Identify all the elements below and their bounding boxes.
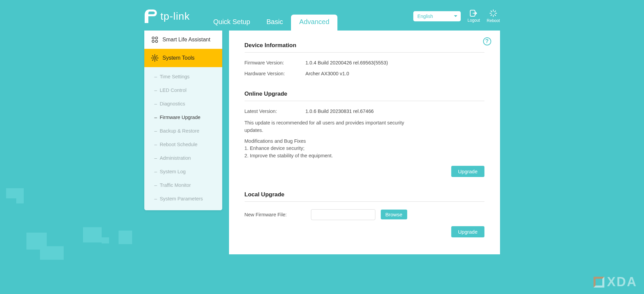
mod-line-1: 1. Enhance device security; [245, 145, 407, 152]
sidebar-smart-life[interactable]: Smart Life Assistant [144, 31, 222, 49]
online-upgrade-button[interactable]: Upgrade [451, 166, 484, 177]
firmware-version-value: 1.0.4 Build 20200426 rel.69563(5553) [306, 60, 388, 65]
latest-version-value: 1.0.6 Build 20230831 rel.67466 [306, 109, 374, 114]
gear-icon [151, 54, 159, 62]
watermark-icon [594, 277, 604, 288]
sub-traffic-monitor[interactable]: Traffic Monitor [144, 178, 222, 192]
new-firmware-label: New Firmware File: [245, 212, 306, 217]
help-icon[interactable]: ? [483, 37, 491, 45]
tab-basic[interactable]: Basic [258, 15, 291, 31]
online-upgrade-title: Online Upgrade [245, 91, 484, 101]
firmware-version-label: Firmware Version: [245, 60, 306, 65]
hardware-version-label: Hardware Version: [245, 71, 306, 76]
section-online-upgrade: Online Upgrade Latest Version: 1.0.6 Bui… [245, 91, 484, 177]
local-upgrade-title: Local Upgrade [245, 191, 484, 202]
sidebar-item-label: System Tools [163, 55, 195, 61]
brand-text: tp-link [161, 11, 190, 22]
local-upgrade-button[interactable]: Upgrade [451, 226, 484, 237]
sub-reboot-schedule[interactable]: Reboot Schedule [144, 138, 222, 151]
mods-heading: Modifications and Bug Fixes [245, 138, 407, 145]
grid-icon [151, 36, 159, 43]
sub-administration[interactable]: Administration [144, 151, 222, 165]
tab-advanced[interactable]: Advanced [291, 15, 337, 31]
svg-line-5 [491, 11, 492, 12]
sub-led-control[interactable]: LED Control [144, 83, 222, 97]
svg-point-9 [152, 37, 154, 39]
sub-system-log[interactable]: System Log [144, 165, 222, 178]
svg-point-13 [153, 57, 156, 59]
content-panel: ? Device Information Firmware Version: 1… [229, 31, 500, 254]
header: tp-link Quick Setup Basic Advanced Engli… [144, 0, 500, 31]
latest-version-label: Latest Version: [245, 109, 306, 114]
sub-system-parameters[interactable]: System Parameters [144, 192, 222, 205]
device-info-title: Device Information [245, 42, 484, 53]
svg-point-11 [152, 40, 154, 42]
sub-time-settings[interactable]: Time Settings [144, 70, 222, 83]
language-value: English [417, 14, 433, 19]
svg-line-7 [491, 15, 492, 16]
section-device-info: Device Information Firmware Version: 1.0… [245, 42, 484, 76]
tab-quick-setup[interactable]: Quick Setup [205, 15, 258, 31]
sidebar-system-tools[interactable]: System Tools [144, 49, 222, 67]
brand-logo: tp-link [144, 9, 190, 24]
sub-backup-restore[interactable]: Backup & Restore [144, 124, 222, 138]
browse-button[interactable]: Browse [381, 210, 407, 219]
svg-point-10 [155, 37, 157, 39]
sub-firmware-upgrade[interactable]: Firmware Upgrade [144, 111, 222, 124]
language-select[interactable]: English [413, 11, 461, 21]
main-tabs: Quick Setup Basic Advanced [205, 15, 338, 31]
upgrade-notes: This update is recommended for all users… [245, 119, 407, 160]
logout-icon [470, 10, 477, 17]
hardware-version-value: Archer AX3000 v1.0 [306, 71, 349, 76]
sub-diagnostics[interactable]: Diagnostics [144, 97, 222, 111]
sidebar-submenu: Time Settings LED Control Diagnostics Fi… [144, 67, 222, 210]
section-local-upgrade: Local Upgrade New Firmware File: Browse … [245, 191, 484, 237]
sidebar: Smart Life Assistant System Tools Time S… [144, 31, 222, 210]
svg-point-12 [155, 40, 157, 42]
firmware-file-input[interactable] [311, 209, 375, 220]
upgrade-description: This update is recommended for all users… [245, 119, 407, 134]
reboot-button[interactable]: Reboot [487, 9, 500, 23]
sidebar-item-label: Smart Life Assistant [163, 37, 210, 43]
watermark: XDA [594, 275, 637, 289]
reboot-icon [490, 9, 497, 17]
svg-line-8 [495, 11, 496, 12]
svg-line-6 [495, 15, 496, 16]
mod-line-2: 2. Improve the stability of the equipmen… [245, 152, 407, 160]
logout-button[interactable]: Logout [468, 10, 480, 23]
tp-link-icon [144, 9, 157, 24]
